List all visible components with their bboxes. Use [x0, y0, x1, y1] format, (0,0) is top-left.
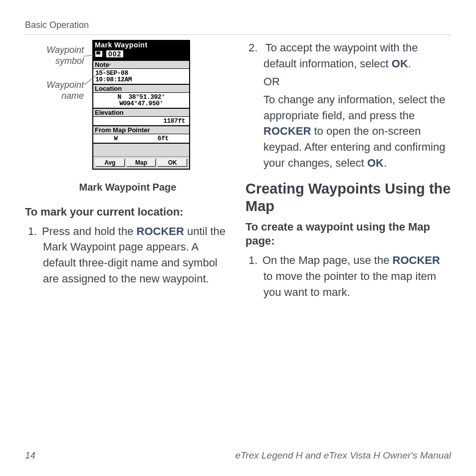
rocker-keyword: ROCKER — [263, 125, 311, 137]
map-button[interactable]: Map — [127, 159, 156, 167]
from-pointer-label: From Map Pointer — [93, 126, 189, 134]
steps-mark: Press and hold the ROCKER until the Mark… — [25, 224, 231, 287]
ok-button[interactable]: OK — [158, 159, 187, 167]
waypoint-name-field[interactable]: 002 — [106, 50, 124, 58]
manual-title: eTrex Legend H and eTrex Vista H Owner's… — [236, 450, 451, 461]
date-line2: 10:08:12AM — [95, 76, 132, 83]
rocker-keyword: ROCKER — [137, 225, 184, 238]
callout-waypoint-name: Waypoint name — [34, 80, 84, 101]
ok-keyword: OK — [392, 57, 408, 70]
steps-map: On the Map page, use the ROCKER to move … — [245, 252, 451, 300]
section-heading-map: Creating Waypoints Using the Map — [245, 180, 451, 215]
page-number: 14 — [25, 450, 35, 461]
elevation-label: Elevation — [93, 109, 189, 117]
elevation-value[interactable]: 1187ft — [93, 117, 189, 126]
device-screen: Mark Waypoint 002 Note 15-SEP-0810:08:12… — [92, 40, 190, 170]
device-figure: Waypoint symbol Waypoint name Mark Waypo… — [25, 40, 231, 170]
step-1: Press and hold the ROCKER until the Mark… — [25, 224, 231, 287]
section-header: Basic Operation — [25, 20, 451, 35]
note-label: Note — [93, 61, 189, 69]
location-label: Location — [93, 85, 189, 93]
ok-keyword: OK — [367, 157, 384, 169]
rocker-keyword: ROCKER — [393, 254, 440, 266]
step-2: To accept the waypoint with the default … — [245, 40, 451, 171]
steps-mark-continued: To accept the waypoint with the default … — [245, 40, 451, 171]
sub-heading-map: To create a waypoint using the Map page: — [245, 220, 451, 248]
screen-name-row: 002 — [93, 49, 189, 61]
screen-title: Mark Waypoint — [93, 41, 189, 49]
from-pointer-value: W 6ft — [93, 134, 189, 144]
map-step-1: On the Map page, use the ROCKER to move … — [245, 252, 451, 300]
avg-button[interactable]: Avg — [95, 159, 125, 167]
callout-waypoint-symbol: Waypoint symbol — [34, 45, 84, 66]
figure-caption: Mark Waypoint Page — [25, 182, 231, 193]
location-value[interactable]: N 38°51.392' W094°47.950' — [93, 93, 189, 109]
page-footer: 14 eTrex Legend H and eTrex Vista H Owne… — [25, 450, 451, 461]
sub-heading-mark: To mark your current location: — [25, 205, 231, 220]
or-label: OR — [263, 74, 451, 90]
waypoint-flag-icon — [95, 50, 103, 57]
note-value[interactable]: 15-SEP-0810:08:12AM — [93, 69, 189, 85]
